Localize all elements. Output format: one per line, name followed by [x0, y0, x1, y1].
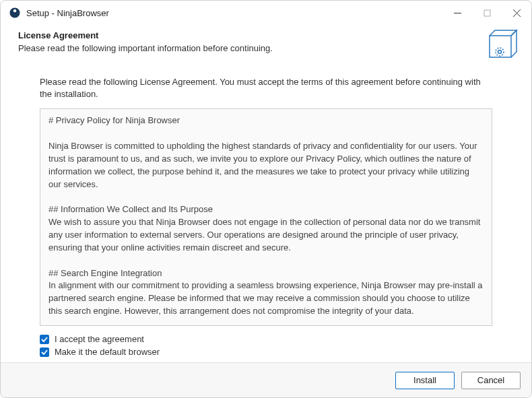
- checkbox-group: I accept the agreement Make it the defau…: [40, 333, 492, 358]
- app-icon: [9, 7, 21, 19]
- accept-agreement-label: I accept the agreement: [55, 334, 144, 344]
- svg-rect-3: [484, 10, 490, 16]
- license-textarea[interactable]: # Privacy Policy for Ninja Browser Ninja…: [40, 108, 492, 326]
- svg-point-7: [496, 48, 504, 56]
- minimize-button[interactable]: [442, 1, 472, 25]
- instruction-text: Please read the following License Agreem…: [40, 76, 492, 100]
- window-title: Setup - NinjaBrowser: [26, 8, 442, 18]
- content-area: Please read the following License Agreem…: [1, 63, 531, 362]
- titlebar: Setup - NinjaBrowser: [1, 1, 531, 25]
- install-button[interactable]: Install: [395, 372, 455, 389]
- default-browser-checkbox-row[interactable]: Make it the default browser: [40, 345, 492, 358]
- cancel-button[interactable]: Cancel: [461, 372, 521, 389]
- svg-rect-6: [490, 36, 511, 57]
- maximize-button[interactable]: [472, 1, 502, 25]
- checkmark-icon: [40, 335, 49, 344]
- window-controls: [442, 1, 531, 25]
- checkmark-icon: [40, 347, 49, 357]
- svg-point-0: [13, 10, 15, 11]
- accept-agreement-checkbox-row[interactable]: I accept the agreement: [40, 333, 492, 345]
- footer: Install Cancel: [1, 362, 531, 397]
- default-browser-label: Make it the default browser: [55, 347, 160, 357]
- svg-point-1: [15, 10, 17, 11]
- close-button[interactable]: [502, 1, 531, 25]
- header: License Agreement Please read the follow…: [1, 25, 531, 63]
- page-subtitle: Please read the following important info…: [18, 43, 476, 53]
- svg-point-8: [498, 51, 502, 54]
- page-title: License Agreement: [18, 30, 476, 40]
- package-icon: [483, 28, 518, 63]
